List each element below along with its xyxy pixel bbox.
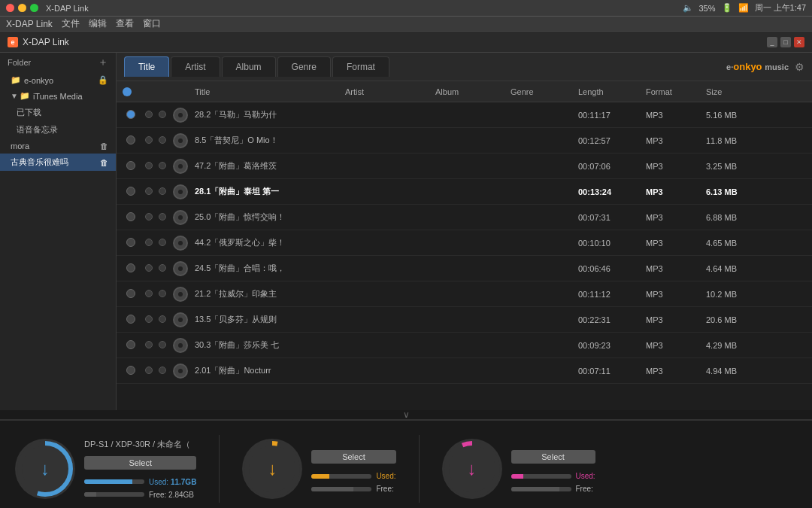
minimize-dot[interactable] bbox=[18, 4, 26, 12]
tab-genre[interactable]: Genre bbox=[277, 56, 331, 77]
storage-free-row-3: Free: bbox=[511, 485, 595, 493]
itunes-chevron-icon: ▼ bbox=[11, 92, 18, 100]
download-arrow-icon-2: ↓ bbox=[268, 458, 277, 479]
menu-edit[interactable]: 编辑 bbox=[89, 17, 107, 30]
table-row[interactable]: 21.2「拉威尔」印象主 00:11:12 MP3 10.2 MB bbox=[117, 281, 812, 307]
table-row[interactable]: 30.3「附曲」莎乐美 七 00:09:23 MP3 4.29 MB bbox=[117, 333, 812, 358]
sidebar-item-eonkyo[interactable]: 📁 e-onkyo 🔒 bbox=[0, 72, 116, 88]
sidebar-item-itunes-label: iTunes Media bbox=[33, 92, 83, 101]
mac-menu-bar: X-DAP Link 文件 编辑 查看 窗口 bbox=[0, 17, 812, 32]
row-dot2 bbox=[156, 187, 169, 196]
row-size: 4.65 MB bbox=[703, 239, 763, 248]
volume-icon: 🔈 bbox=[683, 3, 693, 13]
collapse-chevron-area[interactable]: ∨ bbox=[0, 410, 812, 419]
col-header-title: Title bbox=[192, 87, 342, 96]
downloaded-label: 已下载 bbox=[17, 107, 41, 118]
app-minimize-btn[interactable]: _ bbox=[767, 37, 777, 47]
row-format: MP3 bbox=[643, 290, 703, 299]
main-layout: Folder ＋ 📁 e-onkyo 🔒 ▼ 📁 iTunes Media 已下… bbox=[0, 53, 812, 410]
row-dot1 bbox=[142, 111, 156, 120]
mora-delete-icon[interactable]: 🗑 bbox=[100, 141, 108, 151]
tab-format[interactable]: Format bbox=[332, 56, 389, 77]
settings-gear-icon[interactable]: ⚙ bbox=[795, 61, 804, 73]
bottom-device-area: ↓ DP-S1 / XDP-30R / 未命名（ Select Used: 11… bbox=[0, 419, 812, 508]
row-length: 00:12:57 bbox=[575, 136, 643, 145]
tab-album[interactable]: Album bbox=[222, 56, 276, 77]
row-length: 00:11:12 bbox=[575, 290, 643, 299]
row-indicator bbox=[120, 340, 142, 351]
sidebar-item-downloaded[interactable]: 已下载 bbox=[0, 104, 116, 121]
sidebar-item-itunes[interactable]: ▼ 📁 iTunes Media bbox=[0, 88, 116, 104]
table-row[interactable]: 47.2「附曲」葛洛维茨 00:07:06 MP3 3.25 MB bbox=[117, 154, 812, 179]
row-title: 8.5「普契尼」O Mio！ bbox=[192, 135, 342, 146]
select-button-1[interactable]: Select bbox=[84, 456, 196, 470]
row-size: 5.16 MB bbox=[703, 111, 763, 120]
music-table[interactable]: Title Artist Album Genre Length Format S… bbox=[117, 81, 812, 410]
row-dot2 bbox=[156, 264, 169, 273]
storage-free-row-1: Free: 2.84GB bbox=[84, 491, 196, 499]
sidebar-add-button[interactable]: ＋ bbox=[98, 56, 108, 69]
menu-app[interactable]: X-DAP Link bbox=[6, 19, 53, 29]
maximize-dot[interactable] bbox=[30, 4, 38, 12]
select-button-3[interactable]: Select bbox=[511, 450, 595, 464]
sidebar-folder-label: Folder bbox=[8, 58, 31, 67]
row-indicator bbox=[120, 238, 142, 248]
table-row[interactable]: 25.0「附曲」惊愕交响！ 00:07:31 MP3 6.88 MB bbox=[117, 205, 812, 230]
row-indicator bbox=[120, 315, 142, 325]
row-dot1 bbox=[142, 290, 156, 299]
select-button-2[interactable]: Select bbox=[311, 450, 395, 464]
tab-right-area: e·onkyo music ⚙ bbox=[726, 61, 804, 73]
close-dot[interactable] bbox=[6, 4, 14, 12]
storage-used-row-1: Used: 11.7GB bbox=[84, 478, 196, 486]
row-dot2 bbox=[156, 239, 169, 248]
row-size: 6.13 MB bbox=[703, 187, 763, 196]
sidebar-folder-header: Folder ＋ bbox=[0, 53, 116, 72]
used-label-3: Used: bbox=[576, 472, 595, 480]
row-title: 21.2「拉威尔」印象主 bbox=[192, 288, 342, 300]
device-info-2: Select Used: Free: bbox=[311, 444, 395, 494]
row-format: MP3 bbox=[643, 264, 703, 273]
app-title-bar: e X-DAP Link _ □ ✕ bbox=[0, 32, 812, 53]
table-row[interactable]: 28.2「马勒」马勒为什 00:11:17 MP3 5.16 MB bbox=[117, 102, 812, 128]
row-size: 3.25 MB bbox=[703, 162, 763, 171]
row-format: MP3 bbox=[643, 111, 703, 120]
row-dot1 bbox=[142, 136, 156, 145]
table-row[interactable]: 44.2「俄罗斯之心」柴！ 00:10:10 MP3 4.65 MB bbox=[117, 230, 812, 256]
tab-title[interactable]: Title bbox=[124, 56, 169, 77]
row-format: MP3 bbox=[643, 213, 703, 222]
clock: 周一 上午1:47 bbox=[755, 2, 806, 14]
row-format: MP3 bbox=[643, 136, 703, 145]
row-indicator bbox=[120, 187, 142, 197]
sidebar-item-classical[interactable]: 古典音乐很难吗 🗑 bbox=[0, 154, 116, 171]
app-maximize-btn[interactable]: □ bbox=[780, 37, 791, 47]
col-header-genre: Genre bbox=[508, 87, 575, 96]
menu-window[interactable]: 窗口 bbox=[143, 17, 161, 30]
classical-delete-icon[interactable]: 🗑 bbox=[100, 158, 108, 167]
table-row[interactable]: 8.5「普契尼」O Mio！ 00:12:57 MP3 11.8 MB bbox=[117, 128, 812, 154]
table-row[interactable]: 13.5「贝多芬」从规则 00:22:31 MP3 20.6 MB bbox=[117, 307, 812, 333]
row-title: 30.3「附曲」莎乐美 七 bbox=[192, 339, 342, 351]
tab-artist[interactable]: Artist bbox=[171, 56, 220, 77]
device-name-1: DP-S1 / XDP-30R / 未命名（ bbox=[84, 439, 196, 450]
menu-view[interactable]: 查看 bbox=[116, 17, 134, 30]
sidebar-item-mora[interactable]: mora 🗑 bbox=[0, 138, 116, 154]
row-dot1 bbox=[142, 341, 156, 350]
row-disc bbox=[169, 338, 192, 353]
table-row[interactable]: 2.01「附曲」Nocturr 00:07:11 MP3 4.94 MB bbox=[117, 358, 812, 384]
free-label-1: Free: 2.84GB bbox=[149, 491, 194, 499]
table-row[interactable]: 24.5「附曲」合唱：哦， 00:06:46 MP3 4.64 MB bbox=[117, 256, 812, 281]
col-header-album: Album bbox=[432, 87, 508, 96]
row-format: MP3 bbox=[643, 162, 703, 171]
row-indicator bbox=[120, 135, 142, 146]
row-dot2 bbox=[156, 290, 169, 299]
app-close-btn[interactable]: ✕ bbox=[794, 37, 804, 47]
sidebar-item-voicememos[interactable]: 语音备忘录 bbox=[0, 121, 116, 138]
table-rows-container: 28.2「马勒」马勒为什 00:11:17 MP3 5.16 MB 8.5「普契… bbox=[117, 102, 812, 384]
device-card-3: ↓ Select Used: Free: bbox=[442, 439, 595, 499]
row-length: 00:09:23 bbox=[575, 341, 643, 350]
battery-level: 35% bbox=[699, 4, 716, 13]
eonkyo-lock-icon: 🔒 bbox=[98, 75, 108, 85]
table-row[interactable]: 28.1「附曲」泰坦 第一 00:13:24 MP3 6.13 MB bbox=[117, 179, 812, 205]
menu-file[interactable]: 文件 bbox=[62, 17, 80, 30]
row-title: 13.5「贝多芬」从规则 bbox=[192, 314, 342, 325]
